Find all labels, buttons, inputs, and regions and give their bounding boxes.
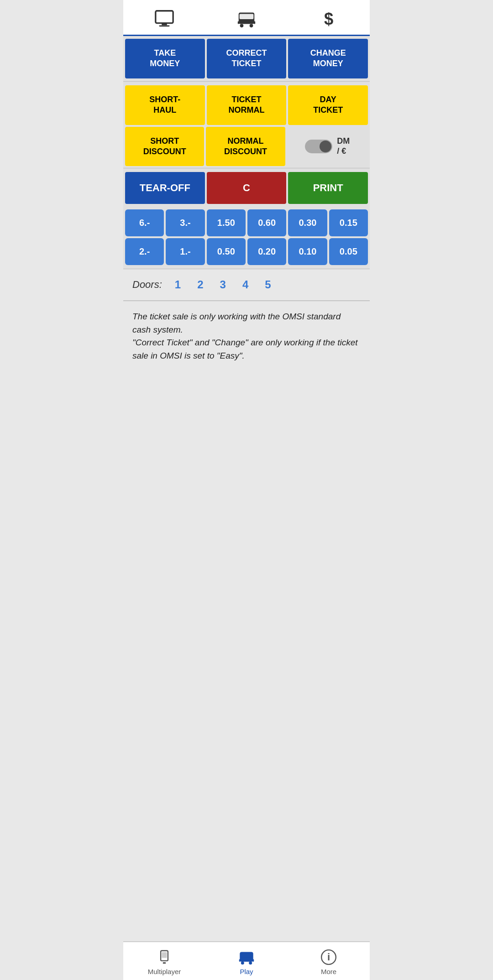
money-btn-060[interactable]: 0.60 [247, 209, 286, 236]
svg-rect-11 [162, 952, 167, 958]
bottom-nav-play[interactable]: Play [205, 947, 288, 977]
money-btn-3[interactable]: 3.- [166, 209, 205, 236]
bottom-nav-multiplayer[interactable]: Multiplayer [123, 947, 205, 977]
money-btn-150[interactable]: 1.50 [207, 209, 246, 236]
doors-label: Doors: [132, 279, 162, 291]
ticket-row-1: SHORT-HAUL TICKETNORMAL DAYTICKET [125, 85, 368, 125]
short-discount-button[interactable]: SHORTDISCOUNT [125, 127, 204, 167]
svg-point-5 [240, 24, 244, 28]
money-btn-015[interactable]: 0.15 [329, 209, 368, 236]
svg-point-6 [250, 24, 253, 28]
svg-point-15 [241, 962, 244, 964]
clear-button[interactable]: C [207, 172, 287, 204]
info-text: The ticket sale is only working with the… [132, 310, 361, 362]
currency-label: DM/ € [337, 136, 350, 156]
svg-rect-0 [156, 11, 173, 23]
svg-rect-8 [254, 21, 255, 24]
bottom-navigation: Multiplayer Play i More [123, 942, 370, 980]
info-section: The ticket sale is only working with the… [123, 301, 370, 942]
change-money-button[interactable]: CHANGEMONEY [288, 39, 368, 78]
tear-off-button[interactable]: TEAR-OFF [125, 172, 205, 204]
normal-discount-button[interactable]: NORMALDISCOUNT [206, 127, 285, 167]
svg-rect-14 [241, 953, 252, 958]
door-3-button[interactable]: 3 [216, 276, 230, 293]
svg-rect-4 [240, 14, 254, 19]
main-action-buttons: TAKEMONEY CORRECTTICKET CHANGEMONEY [123, 36, 370, 81]
money-btn-010[interactable]: 0.10 [288, 238, 327, 265]
ticket-row-2: SHORTDISCOUNT NORMALDISCOUNT DM/ € [125, 127, 368, 167]
money-btn-6[interactable]: 6.- [125, 209, 164, 236]
currency-toggle-container: DM/ € [287, 127, 368, 167]
door-5-button[interactable]: 5 [261, 276, 274, 293]
take-money-button[interactable]: TAKEMONEY [125, 39, 205, 78]
svg-rect-7 [238, 21, 239, 24]
svg-rect-2 [159, 25, 170, 26]
money-row-2: 2.- 1.- 0.50 0.20 0.10 0.05 [125, 238, 368, 265]
money-btn-2[interactable]: 2.- [125, 238, 164, 265]
door-2-button[interactable]: 2 [194, 276, 207, 293]
print-button[interactable]: PRINT [288, 172, 368, 204]
svg-point-16 [249, 962, 252, 964]
money-btn-005[interactable]: 0.05 [329, 238, 368, 265]
short-haul-button[interactable]: SHORT-HAUL [125, 85, 205, 125]
top-navigation: $ [123, 0, 370, 36]
svg-rect-17 [239, 959, 240, 962]
svg-text:$: $ [324, 10, 333, 28]
money-btn-020[interactable]: 0.20 [247, 238, 286, 265]
svg-rect-12 [163, 962, 166, 964]
money-row-1: 6.- 3.- 1.50 0.60 0.30 0.15 [125, 209, 368, 236]
money-btn-050[interactable]: 0.50 [207, 238, 246, 265]
money-buttons-section: 6.- 3.- 1.50 0.60 0.30 0.15 2.- 1.- 0.50… [123, 208, 370, 269]
svg-rect-1 [162, 23, 167, 26]
doors-section: Doors: 1 2 3 4 5 [123, 269, 370, 301]
more-label: More [321, 968, 336, 975]
svg-text:i: i [327, 951, 330, 963]
door-4-button[interactable]: 4 [239, 276, 252, 293]
top-nav-bus[interactable] [205, 0, 288, 36]
svg-rect-18 [252, 959, 253, 962]
top-nav-dollar[interactable]: $ [288, 0, 370, 36]
money-btn-1[interactable]: 1.- [166, 238, 205, 265]
action-buttons-section: TEAR-OFF C PRINT [123, 168, 370, 208]
ticket-type-section: SHORT-HAUL TICKETNORMAL DAYTICKET SHORTD… [123, 82, 370, 168]
bottom-nav-more[interactable]: i More [288, 947, 370, 977]
play-label: Play [240, 968, 253, 975]
money-btn-030[interactable]: 0.30 [288, 209, 327, 236]
top-nav-monitor[interactable] [123, 0, 205, 36]
ticket-normal-button[interactable]: TICKETNORMAL [207, 85, 287, 125]
toggle-knob [320, 141, 331, 152]
door-1-button[interactable]: 1 [171, 276, 184, 293]
day-ticket-button[interactable]: DAYTICKET [288, 85, 368, 125]
currency-toggle[interactable] [305, 140, 332, 153]
correct-ticket-button[interactable]: CORRECTTICKET [207, 39, 287, 78]
multiplayer-label: Multiplayer [148, 968, 181, 975]
